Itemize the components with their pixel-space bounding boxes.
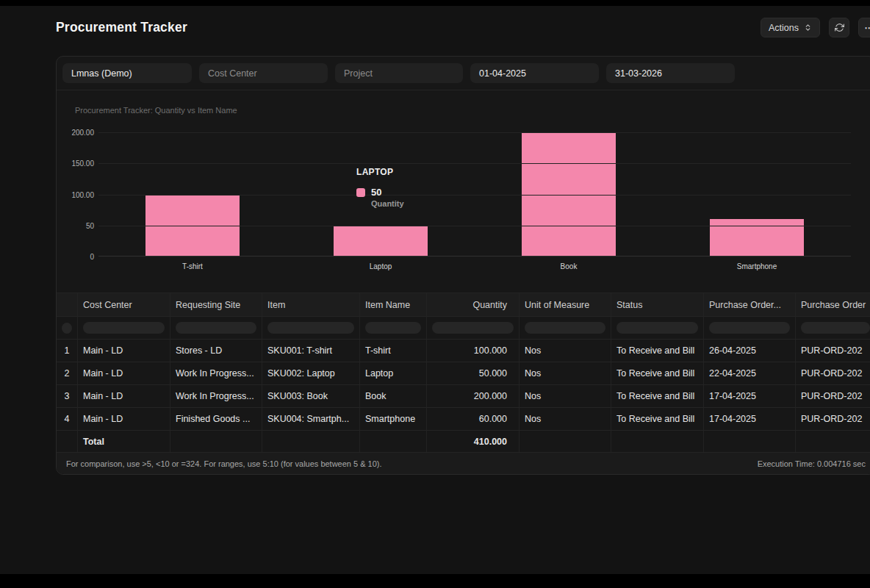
execution-time: Execution Time: 0.004716 sec <box>758 459 866 468</box>
table-cell: Nos <box>520 408 611 430</box>
project-filter[interactable]: Project <box>335 63 463 83</box>
x-axis-label: T-shirt <box>98 262 287 270</box>
actions-button-label: Actions <box>769 23 799 33</box>
table-cell: 200.000 <box>427 385 520 407</box>
table-cell: 26-04-2025 <box>704 340 796 362</box>
table-cell: Main - LD <box>78 385 170 407</box>
column-filter-input[interactable] <box>83 322 165 334</box>
bar-laptop[interactable] <box>334 226 428 257</box>
tooltip-series-label: Quantity <box>371 199 404 208</box>
table-cell: 22-04-2025 <box>704 362 796 384</box>
table-cell: 60.000 <box>427 408 520 430</box>
y-axis-label: 100.00 <box>71 190 94 198</box>
table-cell: Laptop <box>360 362 427 384</box>
gridline <box>98 132 851 133</box>
toolbar-buttons: Actions ⋯ <box>761 18 870 37</box>
total-cell <box>57 431 78 452</box>
column-header[interactable]: Status <box>611 293 704 316</box>
gridline <box>98 226 851 226</box>
table-cell: To Receive and Bill <box>611 408 704 430</box>
total-cell <box>360 431 427 452</box>
column-header[interactable]: Purchase Order... <box>704 293 796 316</box>
x-axis-label: Smartphone <box>663 262 851 270</box>
screen: Procurement Tracker Actions ⋯ Lmnas (Dem… <box>0 0 870 588</box>
row-number: 3 <box>57 385 78 407</box>
y-axis-label: 0 <box>90 253 94 261</box>
y-axis-labels: 200.00150.00100.00500 <box>57 132 94 257</box>
total-cell <box>796 431 870 452</box>
column-header[interactable]: Requesting Site <box>170 293 262 316</box>
column-filter-cell <box>170 317 262 339</box>
table-cell: Main - LD <box>78 408 170 430</box>
column-header[interactable]: Quantity <box>427 293 520 316</box>
row-select-cell <box>57 317 78 339</box>
column-filter-cell <box>78 317 170 339</box>
table-cell: Nos <box>520 362 611 384</box>
x-axis-label: Book <box>475 262 663 270</box>
table-cell: Main - LD <box>78 340 170 362</box>
chevrons-up-down-icon <box>804 24 812 32</box>
chart-tooltip: LAPTOP 50 Quantity <box>356 167 404 208</box>
total-cell <box>262 431 360 452</box>
more-button[interactable]: ⋯ <box>858 18 870 37</box>
tooltip-value: 50 <box>371 187 381 198</box>
refresh-icon <box>835 23 844 32</box>
column-filter-cell <box>520 317 611 339</box>
column-filter-input[interactable] <box>176 322 256 334</box>
to-date-filter[interactable]: 31-03-2026 <box>606 63 735 83</box>
column-filter-cell <box>427 317 520 339</box>
table-cell: Finished Goods ... <box>170 408 262 430</box>
column-filter-input[interactable] <box>709 322 790 334</box>
chart: Procurement Tracker: Quantity vs Item Na… <box>57 90 870 293</box>
column-filter-input[interactable] <box>525 322 605 334</box>
top-bar: Procurement Tracker Actions ⋯ <box>56 18 870 37</box>
table-cell: 50.000 <box>427 362 520 384</box>
report-card: Lmnas (Demo) Cost Center Project 01-04-2… <box>56 56 870 475</box>
total-cell <box>611 431 704 452</box>
column-header[interactable]: Unit of Measure <box>520 293 611 316</box>
status-hint: For comparison, use >5, <10 or =324. For… <box>66 459 382 468</box>
column-filter-cell <box>262 317 360 339</box>
ellipsis-icon: ⋯ <box>864 22 870 33</box>
table-cell: T-shirt <box>360 340 427 362</box>
table-cell: Nos <box>520 340 611 362</box>
table-cell: PUR-ORD-202 <box>796 340 870 362</box>
column-header[interactable]: Item <box>262 293 360 316</box>
column-header[interactable]: Item Name <box>360 293 427 316</box>
table-cell: Smartphone <box>360 408 427 430</box>
row-number: 2 <box>57 362 78 384</box>
y-axis-label: 200.00 <box>71 129 94 137</box>
column-header[interactable]: Cost Center <box>78 293 170 316</box>
table-cell: Work In Progress... <box>170 385 262 407</box>
table-cell: To Receive and Bill <box>611 340 704 362</box>
refresh-button[interactable] <box>829 18 849 37</box>
from-date-filter[interactable]: 01-04-2025 <box>470 63 599 83</box>
gridline <box>98 163 851 164</box>
column-filter-input[interactable] <box>267 322 354 334</box>
column-filter-input[interactable] <box>801 322 870 334</box>
chart-plot <box>98 132 851 257</box>
table-cell: SKU001: T-shirt <box>262 340 360 362</box>
page-title: Procurement Tracker <box>56 20 187 35</box>
table-cell: Stores - LD <box>170 340 262 362</box>
actions-button[interactable]: Actions <box>761 18 820 37</box>
row-number: 4 <box>57 408 78 430</box>
report-page: Procurement Tracker Actions ⋯ Lmnas (Dem… <box>0 6 870 574</box>
column-filter-input[interactable] <box>432 322 514 334</box>
row-select-circle[interactable] <box>62 323 72 334</box>
table-cell: Book <box>360 385 427 407</box>
cost-center-filter[interactable]: Cost Center <box>199 63 328 83</box>
total-label: Total <box>78 431 170 452</box>
table-cell: SKU002: Laptop <box>262 362 360 384</box>
company-filter[interactable]: Lmnas (Demo) <box>62 63 192 83</box>
chart-title: Procurement Tracker: Quantity vs Item Na… <box>75 106 237 115</box>
column-filter-input[interactable] <box>365 322 421 334</box>
table-header-row: Cost CenterRequesting SiteItemItem NameQ… <box>57 293 870 317</box>
column-filter-input[interactable] <box>616 322 698 334</box>
tooltip-swatch <box>356 188 365 197</box>
column-header[interactable]: Purchase Order <box>796 293 870 316</box>
table-cell: Main - LD <box>78 362 170 384</box>
report-table: Cost CenterRequesting SiteItemItem NameQ… <box>57 293 870 452</box>
column-filter-cell <box>704 317 796 339</box>
table-cell: To Receive and Bill <box>611 362 704 384</box>
